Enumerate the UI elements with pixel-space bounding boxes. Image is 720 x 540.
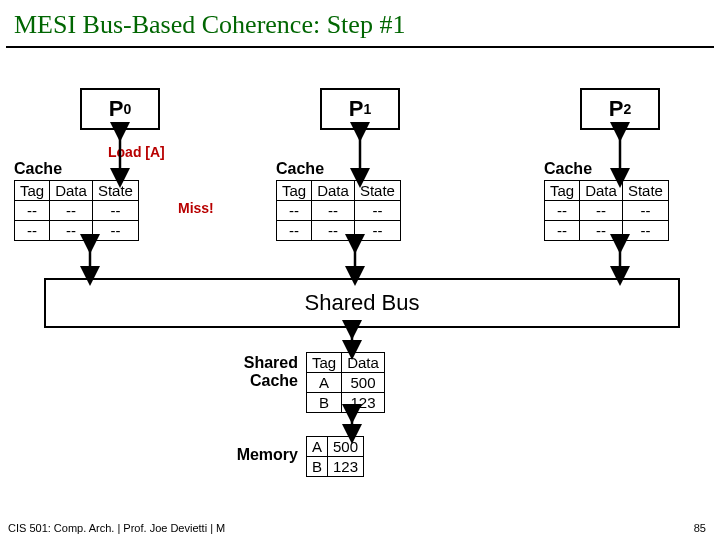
cache-label-2: Cache [544,160,592,178]
memory-table: A500 B123 [306,436,364,477]
cache-label-1: Cache [276,160,324,178]
miss-annotation: Miss! [178,200,214,216]
processor-p1: P1 [320,88,400,130]
footer-course: CIS 501: Comp. Arch. | Prof. Joe Deviett… [8,522,225,534]
processor-p2: P2 [580,88,660,130]
page-title: MESI Bus-Based Coherence: Step #1 [6,0,714,48]
processor-p0: P0 [80,88,160,130]
shared-cache-table: TagData A500 B123 [306,352,385,413]
shared-cache-label: SharedCache [218,354,298,390]
memory-label: Memory [214,446,298,464]
shared-bus: Shared Bus [44,278,680,328]
cache-label-0: Cache [14,160,62,178]
load-annotation: Load [A] [108,144,165,160]
cache-table-2: TagDataState ------ ------ [544,180,669,241]
footer-pagenum: 85 [694,522,706,534]
cache-table-1: TagDataState ------ ------ [276,180,401,241]
cache-table-0: TagDataState ------ ------ [14,180,139,241]
diagram-stage: P0 P1 P2 Load [A] Miss! Cache Cache Cach… [0,48,720,508]
